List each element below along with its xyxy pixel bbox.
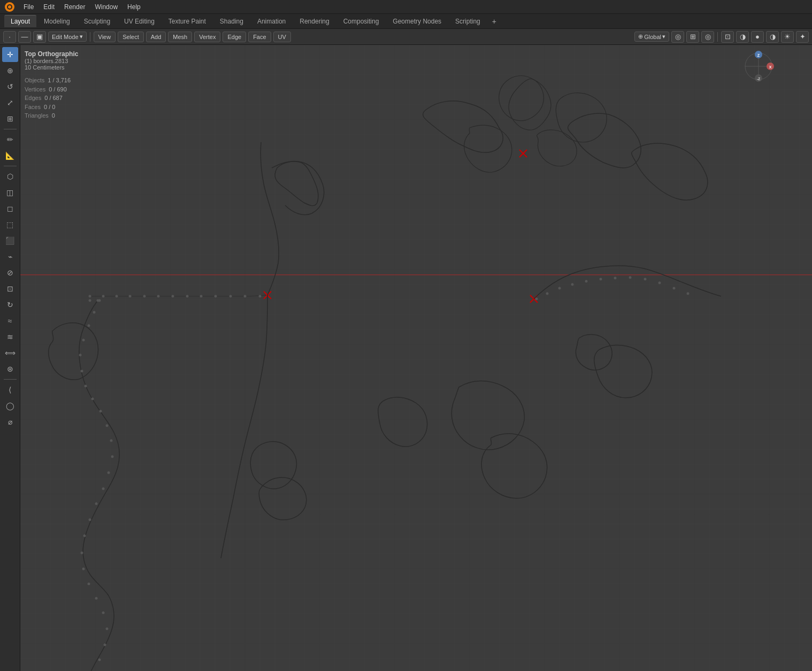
tab-shading[interactable]: Shading <box>213 16 250 27</box>
shading-eevee[interactable]: ✦ <box>796 31 809 43</box>
view-menu[interactable]: View <box>94 32 116 42</box>
vertex-menu[interactable]: Vertex <box>194 32 220 42</box>
transform-orientation-icon: ⊕ <box>638 33 643 40</box>
tab-geometry-nodes[interactable]: Geometry Nodes <box>386 16 448 27</box>
tool-smooth[interactable]: ≈ <box>2 313 18 328</box>
main-area: ✛ ⊕ ↺ ⤢ ⊞ ✏ 📐 ⬡ ◫ ◻ ⬚ ⬛ ⌁ ⊘ ⊡ ↻ ≈ ≋ ⟺ ⊛ … <box>0 45 812 671</box>
face-menu[interactable]: Face <box>248 32 271 42</box>
tab-modeling[interactable]: Modeling <box>37 16 76 27</box>
grid-canvas <box>20 45 812 671</box>
transform-pivot[interactable]: ◎ <box>671 31 684 43</box>
menu-edit[interactable]: Edit <box>39 2 59 12</box>
menu-file[interactable]: File <box>19 2 38 12</box>
tool-measure[interactable]: 📐 <box>2 148 18 163</box>
viewport[interactable]: Top Orthographic (1) borders.2813 10 Cen… <box>20 45 812 671</box>
mesh-select-mode-edge[interactable]: — <box>18 31 31 43</box>
separator-2 <box>717 32 718 42</box>
mesh-menu[interactable]: Mesh <box>168 32 192 42</box>
menu-render[interactable]: Render <box>60 2 89 12</box>
header-toolbar: · — ▣ Edit Mode ▾ View Select Add Mesh V… <box>0 29 812 45</box>
tool-loop-cut[interactable]: ⬚ <box>2 217 18 232</box>
tool-scale[interactable]: ⤢ <box>2 95 18 110</box>
tool-move[interactable]: ⊕ <box>2 63 18 78</box>
tab-sculpting[interactable]: Sculpting <box>78 16 117 27</box>
tool-sep-1 <box>4 129 17 129</box>
tool-offset-edge[interactable]: ⬛ <box>2 233 18 248</box>
mode-dropdown[interactable]: Edit Mode ▾ <box>48 32 87 42</box>
top-menu-bar: File Edit Render Window Help <box>0 0 812 14</box>
tool-cursor[interactable]: ✛ <box>2 47 18 62</box>
transform-orientation[interactable]: ⊕ Global ▾ <box>634 32 669 42</box>
xray-toggle[interactable]: ◑ <box>736 31 749 43</box>
tool-transform[interactable]: ⊞ <box>2 111 18 126</box>
tool-shrink-fatten[interactable]: ⊛ <box>2 361 18 376</box>
tool-annotate[interactable]: ✏ <box>2 132 18 147</box>
tab-texture-paint[interactable]: Texture Paint <box>162 16 212 27</box>
tool-sep-3 <box>4 379 17 380</box>
tool-bevel[interactable]: ◻ <box>2 201 18 216</box>
shading-material[interactable]: ◑ <box>766 31 779 43</box>
tool-randomize[interactable]: ≋ <box>2 329 18 344</box>
tool-edge-slide[interactable]: ⟺ <box>2 345 18 360</box>
tool-rotate[interactable]: ↺ <box>2 79 18 94</box>
select-menu[interactable]: Select <box>118 32 144 42</box>
left-sidebar: ✛ ⊕ ↺ ⤢ ⊞ ✏ 📐 ⬡ ◫ ◻ ⬚ ⬛ ⌁ ⊘ ⊡ ↻ ≈ ≋ ⟺ ⊛ … <box>0 45 20 671</box>
mode-label: Edit Mode <box>52 34 79 40</box>
tool-inset[interactable]: ◫ <box>2 185 18 200</box>
tab-rendering[interactable]: Rendering <box>293 16 335 27</box>
tab-layout[interactable]: Layout <box>4 15 36 27</box>
tool-shear[interactable]: ⟨ <box>2 382 18 397</box>
uv-menu[interactable]: UV <box>273 32 291 42</box>
transform-orientation-arrow: ▾ <box>662 33 665 40</box>
tab-animation[interactable]: Animation <box>251 16 292 27</box>
menu-help[interactable]: Help <box>123 2 145 12</box>
edge-menu[interactable]: Edge <box>223 32 246 42</box>
tab-scripting[interactable]: Scripting <box>449 16 487 27</box>
shading-rendered[interactable]: ☀ <box>781 31 794 43</box>
mesh-select-mode-vert[interactable]: · <box>3 31 16 43</box>
separator-1 <box>90 32 90 42</box>
tool-sep-2 <box>4 166 17 166</box>
proportional-editing[interactable]: ◎ <box>701 31 714 43</box>
tool-rip[interactable]: ⌀ <box>2 414 18 429</box>
tool-extrude[interactable]: ⬡ <box>2 169 18 184</box>
menu-window[interactable]: Window <box>90 2 122 12</box>
svg-point-2 <box>8 5 11 9</box>
add-workspace-button[interactable]: + <box>488 15 501 28</box>
snapping-toggle[interactable]: ⊞ <box>686 31 699 43</box>
tool-bisect[interactable]: ⊘ <box>2 265 18 280</box>
tool-to-sphere[interactable]: ◯ <box>2 398 18 413</box>
tool-poly-build[interactable]: ⊡ <box>2 281 18 296</box>
shading-solid[interactable]: ● <box>751 31 764 43</box>
tool-knife[interactable]: ⌁ <box>2 249 18 264</box>
tab-compositing[interactable]: Compositing <box>337 16 386 27</box>
workspace-tabs: Layout Modeling Sculpting UV Editing Tex… <box>0 14 812 29</box>
overlay-toggle[interactable]: ⊡ <box>721 31 734 43</box>
mesh-select-mode-face[interactable]: ▣ <box>33 31 46 43</box>
transform-orientation-label: Global <box>644 34 661 40</box>
tool-spin[interactable]: ↻ <box>2 297 18 312</box>
tab-uv-editing[interactable]: UV Editing <box>118 16 161 27</box>
mode-dropdown-arrow: ▾ <box>80 33 83 40</box>
app-logo <box>4 2 15 12</box>
add-menu[interactable]: Add <box>146 32 166 42</box>
